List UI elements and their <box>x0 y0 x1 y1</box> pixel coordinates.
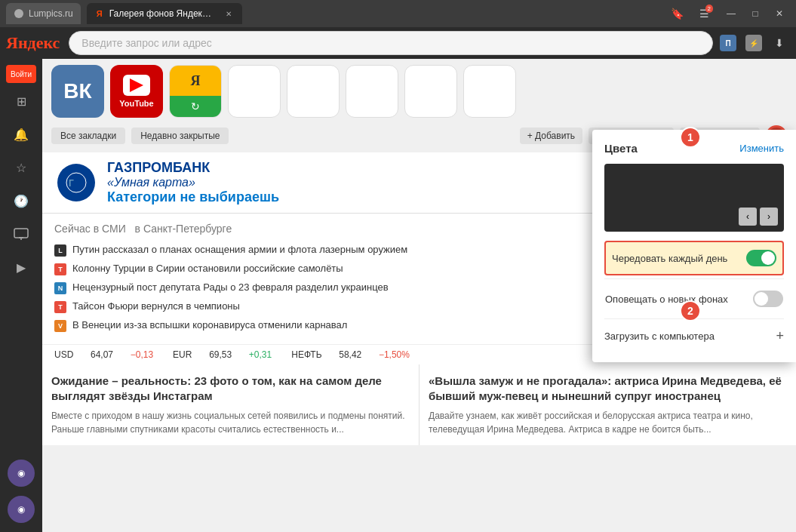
sidebar-app-2[interactable]: ◉ <box>8 496 35 523</box>
bank-icon: Г <box>57 164 95 201</box>
sidebar-screen[interactable] <box>6 219 36 249</box>
news-location: в Санкт-Петербурге <box>135 223 232 235</box>
step-badge-1: 1 <box>680 127 701 148</box>
extension-icon-2[interactable]: ⚡ <box>743 32 764 54</box>
bank-info: ГАЗПРОМБАНК «Умная карта» Категории не в… <box>107 160 279 205</box>
article-title-2: «Вышла замуж и не прогадала»: актриса Ир… <box>429 374 787 403</box>
toggle-knob-1 <box>761 251 775 265</box>
article-card-1[interactable]: Ожидание – реальность: 23 фото о том, ка… <box>42 364 420 445</box>
usd-value: 64,07 <box>91 349 113 360</box>
upload-label: Загрузить с компьютера <box>604 331 715 342</box>
yandex-logo: Яндекс <box>6 33 60 53</box>
news-text-1: Путин рассказал о планах оснащения армии… <box>72 244 407 255</box>
youtube-label: YouTube <box>119 99 153 108</box>
all-bookmarks-button[interactable]: Все закладки <box>51 128 125 144</box>
news-text-2: Колонну Турции в Сирии остановили россий… <box>72 263 343 274</box>
article-card-2[interactable]: «Вышла замуж и не прогадала»: актриса Ир… <box>420 364 796 445</box>
news-icon-3: N <box>54 282 66 294</box>
oil-value: 58,42 <box>339 349 361 360</box>
bank-name: ГАЗПРОМБАНК <box>107 160 279 176</box>
sidebar-grid[interactable]: ⊞ <box>6 86 36 116</box>
yandex-tile-label: Я <box>170 66 221 96</box>
sidebar-app-1[interactable]: ◉ <box>8 460 35 487</box>
minimize-button[interactable]: — <box>721 5 742 22</box>
bookmark-youtube[interactable]: YouTube <box>110 65 163 118</box>
sidebar-play[interactable]: ▶ <box>6 252 36 282</box>
bank-tagline: «Умная карта» <box>107 176 279 189</box>
news-icon-1: L <box>54 244 66 257</box>
news-header-label: Сейчас в СМИ <box>54 223 126 235</box>
sidebar-notifications[interactable]: 🔔 <box>6 119 36 149</box>
eur-label: EUR <box>173 349 192 360</box>
article-excerpt-1: Вместе с приходом в нашу жизнь социальны… <box>51 409 410 436</box>
usd-label: USD <box>54 349 73 360</box>
svg-text:◉: ◉ <box>17 504 25 515</box>
article-excerpt-2: Давайте узнаем, как живёт российская и б… <box>429 409 787 436</box>
title-bar: Lumpics.ru Я Галерея фонов Яндекс.Бр... … <box>0 0 796 27</box>
upload-row: Загрузить с компьютера + <box>604 322 784 350</box>
tab-favicon-gallery: Я <box>94 8 105 19</box>
add-button[interactable]: + Добавить <box>520 128 582 144</box>
toggle-row-1: Чередовать каждый день <box>604 241 784 275</box>
svg-rect-0 <box>14 229 28 238</box>
recently-closed-button[interactable]: Недавно закрытые <box>131 128 229 144</box>
article-title-1: Ожидание – реальность: 23 фото о том, ка… <box>51 374 410 403</box>
bank-subtitle: Категории не выбираешь <box>107 189 279 205</box>
download-icon[interactable]: ⬇ <box>769 32 790 54</box>
eur-value: 69,53 <box>209 349 232 360</box>
article-cards: Ожидание – реальность: 23 фото о том, ка… <box>42 364 796 445</box>
eur-change: +0,31 <box>249 349 272 360</box>
panel-change-button[interactable]: Изменить <box>739 143 784 154</box>
toggle-label-2: Оповещать о новых фонах <box>605 294 728 305</box>
news-text-5: В Венеции из-за вспышки коронавируса отм… <box>72 319 347 331</box>
news-text-3: Нецензурный пост депутата Рады о 23 февр… <box>72 281 389 293</box>
bookmark-empty-2[interactable] <box>287 65 340 118</box>
color-preview: ‹ › <box>604 164 784 232</box>
sidebar-history[interactable]: 🕐 <box>6 186 36 216</box>
bookmark-vk[interactable]: ВК <box>51 65 104 118</box>
close-button[interactable]: ✕ <box>769 5 790 22</box>
maximize-button[interactable]: □ <box>745 5 766 22</box>
bookmark-empty-4[interactable] <box>404 65 457 118</box>
nav-icons: П ⚡ ⬇ <box>718 32 790 54</box>
tab-gallery[interactable]: Я Галерея фонов Яндекс.Бр... ✕ <box>87 3 242 24</box>
browser-chrome: Lumpics.ru Я Галерея фонов Яндекс.Бр... … <box>0 0 796 59</box>
bookmarks-bar: ВК YouTube Я ↻ <box>42 59 796 124</box>
tab-lumpics[interactable]: Lumpics.ru <box>6 3 81 24</box>
toggle-1[interactable] <box>746 250 776 266</box>
nav-bar: Яндекс Введите запрос или адрес П ⚡ ⬇ <box>0 27 796 59</box>
prev-color-button[interactable]: ‹ <box>739 208 757 226</box>
bookmark-empty-3[interactable] <box>346 65 398 118</box>
bookmark-yandex[interactable]: Я ↻ <box>169 65 222 118</box>
step-badge-2: 2 <box>680 300 701 321</box>
close-tab-button[interactable]: ✕ <box>223 8 235 20</box>
oil-label: НЕФТЬ <box>291 349 321 360</box>
bookmark-empty-5[interactable] <box>463 65 516 118</box>
svg-text:◉: ◉ <box>17 468 25 478</box>
toggle-label-1: Чередовать каждый день <box>612 253 727 264</box>
refresh-icon: ↻ <box>191 100 200 112</box>
oil-change: −1,50% <box>379 349 410 360</box>
bookmark-empty-1[interactable] <box>228 65 281 118</box>
youtube-icon <box>123 75 150 96</box>
toggle-2[interactable] <box>753 291 783 307</box>
notifications-icon[interactable]: ☰ 2 <box>693 3 715 24</box>
news-icon-5: V <box>54 320 66 332</box>
bookmark-icon[interactable]: 🔖 <box>666 3 687 24</box>
news-text-4: Тайсон Фьюри вернулся в чемпионы <box>72 300 240 312</box>
color-nav: ‹ › <box>739 208 778 226</box>
tab-label-gallery: Галерея фонов Яндекс.Бр... <box>109 8 215 19</box>
address-bar[interactable]: Введите запрос или адрес <box>69 31 713 55</box>
login-button[interactable]: Войти <box>6 65 36 83</box>
youtube-play-icon <box>130 78 143 92</box>
svg-text:Г: Г <box>69 178 74 189</box>
sidebar-favorites[interactable]: ☆ <box>6 152 36 183</box>
tab-label-lumpics: Lumpics.ru <box>29 8 73 19</box>
upload-plus-button[interactable]: + <box>776 328 784 344</box>
panel-title: Цвета <box>604 142 638 155</box>
news-icon-2: T <box>54 263 66 275</box>
extension-icon-1[interactable]: П <box>718 32 739 54</box>
usd-change: −0,13 <box>131 349 153 360</box>
next-color-button[interactable]: › <box>760 208 778 226</box>
divider-1 <box>604 278 784 279</box>
